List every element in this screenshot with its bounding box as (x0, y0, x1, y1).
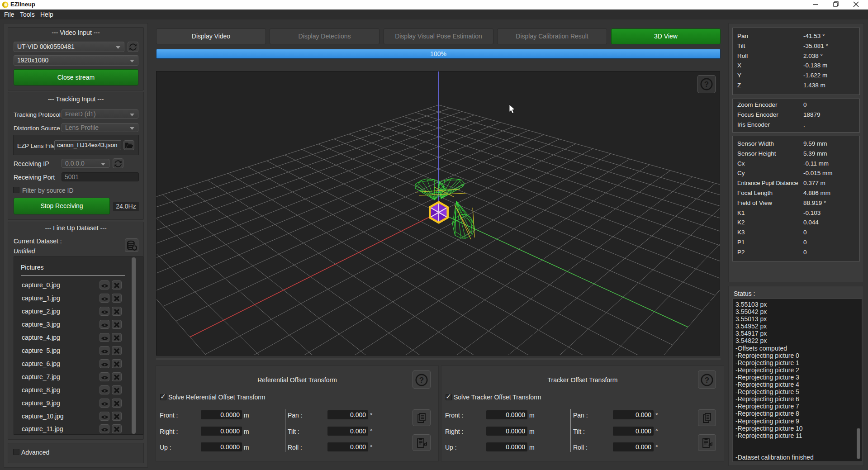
svg-text:?: ? (419, 376, 424, 385)
svg-text:?: ? (705, 376, 709, 385)
svg-text:?: ? (704, 80, 709, 89)
